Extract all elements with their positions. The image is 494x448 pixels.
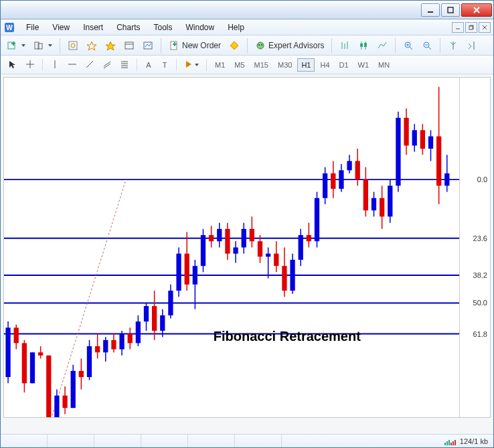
zoom-in-button[interactable] [400, 38, 417, 54]
svg-line-38 [410, 47, 412, 50]
svg-rect-73 [30, 352, 35, 383]
data-window-button[interactable] [102, 38, 119, 54]
timeframe-m1[interactable]: M1 [211, 58, 229, 72]
diamond-icon [229, 40, 240, 51]
statusbar: 124/1 kb [1, 434, 493, 447]
candles-svg [4, 78, 459, 417]
svg-rect-85 [79, 371, 84, 377]
plot-area: Fibonacci Retracement [4, 78, 459, 417]
timeframe-m30[interactable]: M30 [274, 58, 296, 72]
svg-rect-83 [71, 371, 76, 408]
trendline-tool[interactable] [82, 58, 98, 72]
vertical-line-icon [50, 60, 60, 70]
timeframe-mn[interactable]: MN [374, 58, 394, 72]
svg-rect-157 [372, 198, 376, 210]
svg-rect-95 [119, 334, 124, 350]
connection-text: 124/1 kb [460, 437, 488, 445]
menu-insert[interactable]: Insert [76, 21, 110, 33]
svg-rect-67 [5, 327, 10, 377]
chart-shift-button[interactable] [463, 38, 481, 54]
cursor-tool[interactable] [5, 58, 21, 72]
svg-rect-147 [331, 173, 335, 189]
mdi-close-button[interactable] [479, 22, 491, 33]
y-axis-labels: 0.023.638.250.061.8100.0 [459, 78, 490, 417]
svg-rect-16 [69, 42, 77, 50]
svg-rect-123 [233, 248, 238, 254]
svg-rect-163 [396, 118, 400, 185]
zoom-out-button[interactable] [418, 38, 436, 54]
fib-label: 50.0 [473, 299, 487, 307]
arrows-tool[interactable] [181, 58, 202, 72]
text-tool[interactable]: A [141, 58, 156, 72]
horizontal-line-icon [68, 60, 77, 70]
svg-rect-93 [111, 340, 116, 350]
horizontal-line-tool[interactable] [64, 58, 80, 72]
bar-chart-button[interactable] [336, 38, 353, 54]
status-cell [235, 435, 282, 447]
auto-scroll-button[interactable] [444, 38, 462, 54]
svg-marker-18 [87, 42, 96, 50]
new-order-label: New Order [182, 41, 221, 50]
svg-point-17 [71, 44, 75, 48]
fibonacci-tool[interactable] [116, 58, 133, 72]
menu-file[interactable]: File [19, 21, 46, 33]
workspace: Fibonacci Retracement 0.023.638.250.061.… [1, 74, 493, 434]
svg-rect-69 [14, 327, 19, 343]
svg-rect-137 [290, 260, 295, 291]
menu-view[interactable]: View [46, 21, 76, 33]
svg-marker-46 [9, 61, 15, 68]
svg-point-28 [258, 44, 260, 46]
channel-tool[interactable] [99, 58, 115, 72]
window-maximize-button[interactable] [441, 3, 460, 17]
svg-rect-91 [103, 340, 108, 352]
svg-rect-115 [201, 235, 205, 266]
svg-point-29 [261, 44, 262, 46]
timeframe-h4[interactable]: H4 [316, 58, 333, 72]
window-minimize-button[interactable] [421, 3, 440, 17]
price-chart[interactable]: Fibonacci Retracement 0.023.638.250.061.… [3, 77, 491, 418]
market-watch-icon [68, 40, 78, 51]
timeframe-h1[interactable]: H1 [297, 58, 315, 72]
svg-rect-161 [388, 185, 392, 216]
connection-status[interactable]: 124/1 kb [439, 437, 493, 445]
terminal-button[interactable] [120, 38, 138, 54]
text-label-tool[interactable]: T [157, 58, 172, 72]
svg-marker-58 [186, 61, 191, 68]
strategy-tester-button[interactable] [139, 38, 157, 54]
timeframe-m5[interactable]: M5 [230, 58, 248, 72]
menu-window[interactable]: Window [179, 21, 222, 33]
svg-rect-159 [380, 198, 384, 217]
new-order-button[interactable]: New Order [165, 38, 224, 54]
menu-charts[interactable]: Charts [110, 21, 147, 33]
window-close-button[interactable] [461, 3, 492, 17]
meta-quotes-button[interactable] [226, 38, 243, 54]
svg-rect-77 [46, 356, 51, 417]
profiles-button[interactable] [30, 38, 56, 54]
timeframe-d1[interactable]: D1 [335, 58, 353, 72]
svg-rect-34 [360, 44, 363, 47]
svg-rect-105 [160, 315, 165, 331]
svg-marker-26 [230, 42, 238, 50]
svg-rect-81 [62, 396, 67, 408]
navigator-button[interactable] [83, 38, 100, 54]
fib-label: 0.0 [477, 175, 487, 183]
menu-help[interactable]: Help [221, 21, 251, 33]
svg-rect-97 [128, 334, 133, 344]
channel-icon [102, 60, 112, 70]
mdi-restore-button[interactable] [465, 22, 477, 33]
timeframe-w1[interactable]: W1 [354, 58, 374, 72]
menu-tools[interactable]: Tools [147, 21, 179, 33]
vertical-line-tool[interactable] [47, 58, 63, 72]
line-chart-button[interactable] [374, 38, 391, 54]
market-watch-button[interactable] [64, 38, 82, 54]
candlestick-button[interactable] [355, 38, 372, 54]
expert-advisors-button[interactable]: Expert Advisors [252, 38, 327, 54]
svg-rect-143 [315, 198, 319, 242]
timeframe-m15[interactable]: M15 [250, 58, 272, 72]
svg-rect-87 [87, 346, 92, 377]
new-chart-button[interactable] [3, 38, 29, 54]
crosshair-tool[interactable] [22, 58, 38, 72]
toolbar-main: New Order Expert Advisors [1, 35, 493, 56]
mdi-minimize-button[interactable] [452, 22, 464, 33]
menubar: W File View Insert Charts Tools Window H… [1, 19, 493, 35]
